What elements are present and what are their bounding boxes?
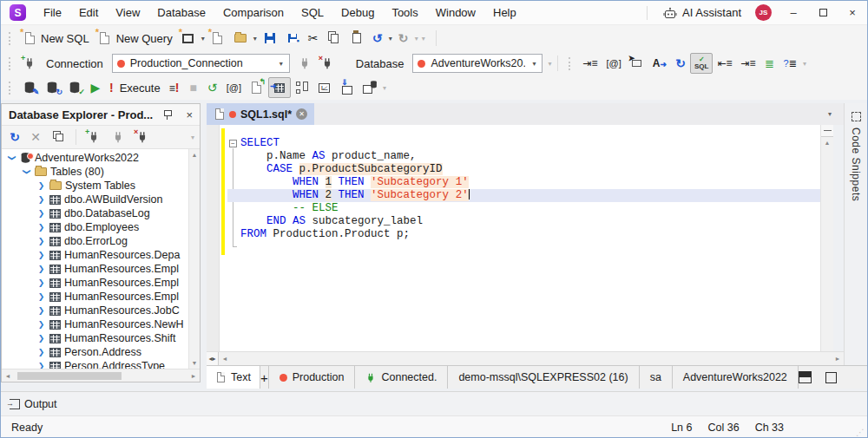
tree-item[interactable]: ❯HumanResources.NewH [2, 317, 188, 331]
menu-window[interactable]: Window [427, 1, 484, 25]
explorer-new-connection-button[interactable]: + [82, 127, 105, 147]
explorer-horizontal-scrollbar[interactable]: ◄ ► [2, 369, 200, 382]
check-database-button[interactable]: ✓ [63, 77, 86, 98]
tab-list-dropdown[interactable]: ▾ [828, 110, 832, 118]
new-file-button[interactable]: * [207, 28, 229, 49]
scroll-up-icon[interactable]: ▲ [189, 149, 200, 160]
tree-item[interactable]: ❯Tables (80) [2, 165, 188, 179]
goto-declaration-button[interactable]: ⇥≡ [578, 53, 602, 74]
scroll-up-icon[interactable]: ▲ [821, 137, 833, 148]
save-button[interactable] [259, 28, 281, 49]
menu-database[interactable]: Database [148, 1, 214, 25]
tree-item[interactable]: ❯HumanResources.Depa [2, 248, 188, 262]
tree-item[interactable]: ❯dbo.AWBuildVersion [2, 193, 188, 206]
chevron-collapsed-icon[interactable]: ❯ [36, 320, 46, 329]
query-history-button[interactable]: ↺ [203, 77, 222, 98]
close-button[interactable]: × [838, 1, 867, 25]
import-chart-button[interactable]: ⇓ [336, 77, 358, 98]
chevron-collapsed-icon[interactable]: ❯ [36, 251, 46, 259]
editor-status-cell[interactable]: Connected. [355, 366, 448, 389]
chevron-collapsed-icon[interactable]: ❯ [36, 195, 46, 204]
tree-item[interactable]: ❯dbo.Employees [2, 220, 188, 234]
text-view-tab[interactable]: Text [207, 366, 260, 389]
explorer-refresh-button[interactable]: ↻ [5, 127, 24, 147]
parameters-button[interactable]: [@] [602, 53, 626, 74]
menu-sql[interactable]: SQL [293, 1, 332, 25]
code-area[interactable]: − SELECT p.Name AS product_name, CASE p.… [207, 125, 820, 351]
code-line[interactable]: END AS subcategory_label [207, 215, 820, 228]
maximize-button[interactable] [808, 1, 838, 25]
disconnect-button[interactable]: × [316, 53, 339, 74]
toolbar-grip[interactable] [9, 57, 12, 70]
new-connection-button[interactable]: + [18, 53, 41, 74]
cut-button[interactable]: ✂ [304, 28, 323, 49]
format-document-button[interactable]: ≣ [760, 53, 779, 74]
split-editor-handle[interactable] [821, 125, 833, 137]
edit-parameters-button[interactable]: [@] [222, 77, 246, 98]
tree-item[interactable]: ❯HumanResources.Empl [2, 290, 188, 304]
code-line[interactable]: WHEN 1 THEN 'Subcategory 1' [207, 176, 820, 189]
chevron-expanded-icon[interactable]: ❯ [8, 154, 16, 163]
menu-help[interactable]: Help [484, 1, 525, 25]
tree-item[interactable]: ❯dbo.ErrorLog [2, 234, 188, 248]
database-combobox[interactable]: AdventureWorks20... ▾ [412, 54, 542, 73]
edit-connection-button[interactable]: ✎ [18, 77, 41, 98]
execute-script-button[interactable]: ≡! [165, 77, 184, 98]
toolbar-grip[interactable] [9, 32, 12, 45]
chevron-collapsed-icon[interactable]: ❯ [36, 334, 46, 343]
tree-item[interactable]: ❯Person.AddressType [2, 359, 188, 369]
stop-button[interactable]: ■ [184, 77, 203, 98]
editor-status-cell[interactable]: Production [269, 366, 356, 389]
refresh-button[interactable]: ↻ [671, 53, 690, 74]
chevron-expanded-icon[interactable]: ❯ [23, 167, 31, 177]
tree-item[interactable]: ❯HumanResources.Empl [2, 262, 188, 276]
toolbar-overflow-dropdown[interactable]: ▾ [420, 35, 427, 42]
chevron-collapsed-icon[interactable]: ❯ [36, 362, 46, 369]
chevron-collapsed-icon[interactable]: ❯ [36, 209, 46, 218]
chevron-collapsed-icon[interactable]: ❯ [36, 278, 46, 287]
explorer-vertical-scrollbar[interactable]: ▲ ▼ [188, 149, 200, 369]
rename-button[interactable]: ➤ [626, 53, 648, 74]
chevron-collapsed-icon[interactable]: ❯ [36, 223, 46, 232]
split-view-toggle-icon[interactable] [799, 371, 812, 383]
tree-item[interactable]: ❯dbo.DatabaseLog [2, 206, 188, 220]
tree-item[interactable]: ❯HumanResources.Empl [2, 276, 188, 290]
save-all-button[interactable]: ▪ [281, 28, 304, 49]
menu-view[interactable]: View [107, 1, 148, 25]
explorer-delete-button[interactable]: ✕ [26, 127, 45, 147]
new-sql-button[interactable]: * New SQL [18, 28, 94, 49]
tree-item[interactable]: ❯System Tables [2, 179, 188, 193]
pivot-export-button[interactable] [358, 77, 381, 98]
connection-combobox[interactable]: Production_Connection ▾ [112, 54, 290, 73]
menu-tools[interactable]: Tools [383, 1, 426, 25]
explorer-close-icon[interactable]: × [179, 108, 200, 121]
chevron-collapsed-icon[interactable]: ❯ [36, 292, 46, 301]
increase-indent-button[interactable]: ⇥≡ [737, 53, 760, 74]
menu-file[interactable]: File [35, 1, 70, 25]
tree-item[interactable]: ❯HumanResources.JobC [2, 304, 188, 317]
open-file-dropdown[interactable]: ▾ [252, 35, 259, 42]
code-line[interactable]: -- ELSE [207, 202, 820, 215]
toolbar-overflow-dropdown[interactable]: ▾ [381, 84, 388, 92]
open-file-button[interactable] [229, 28, 252, 49]
toolbar-grip[interactable] [569, 57, 572, 70]
scroll-down-icon[interactable]: ▼ [189, 357, 200, 369]
explorer-overflow-dropdown[interactable]: ▾ [189, 134, 196, 141]
toolbar-overflow-dropdown[interactable]: ▾ [801, 60, 808, 68]
code-line[interactable]: FROM Production.Product p; [207, 228, 820, 241]
pin-icon[interactable] [163, 109, 171, 120]
menu-comparison[interactable]: Comparison [214, 1, 293, 25]
editor-status-cell[interactable]: sa [640, 366, 673, 389]
user-avatar-badge[interactable]: JS [755, 4, 772, 21]
scrollbar-thumb[interactable] [17, 372, 122, 380]
resize-grip[interactable]: ⋰ [856, 428, 865, 437]
explorer-connect-button[interactable] [107, 127, 129, 147]
tree-item[interactable]: ❯HumanResources.Shift [2, 331, 188, 345]
chevron-collapsed-icon[interactable]: ❯ [36, 265, 46, 273]
code-line-current[interactable]: WHEN 2 THEN 'Subcategory 2' [207, 189, 820, 202]
format-options-button[interactable]: ?≣ [779, 53, 801, 74]
explorer-disconnect-button[interactable]: × [131, 127, 154, 147]
chevron-collapsed-icon[interactable]: ❯ [36, 181, 46, 190]
scroll-left-icon[interactable]: ◄ [2, 373, 14, 379]
full-view-toggle-icon[interactable] [825, 372, 837, 383]
